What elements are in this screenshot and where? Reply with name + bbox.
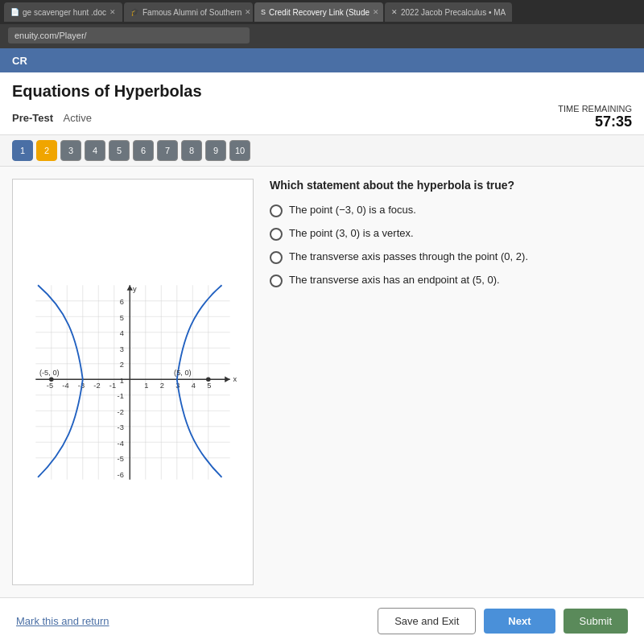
x-axis-label: x — [233, 375, 237, 383]
q-btn-9[interactable]: 9 — [205, 140, 226, 161]
svg-text:-3: -3 — [118, 423, 124, 431]
q-btn-10[interactable]: 10 — [229, 140, 250, 161]
svg-text:2: 2 — [120, 361, 124, 369]
address-bar — [0, 24, 644, 47]
submit-button[interactable]: Submit — [564, 609, 628, 634]
svg-text:-5: -5 — [118, 455, 124, 463]
q-btn-5[interactable]: 5 — [109, 140, 130, 161]
answer-option-a[interactable]: The point (−3, 0) is a focus. — [270, 204, 632, 217]
mark-return-link[interactable]: Mark this and return — [16, 615, 109, 627]
tab-1-close[interactable]: ✕ — [109, 8, 116, 16]
svg-text:-1: -1 — [118, 392, 124, 400]
save-exit-button[interactable]: Save and Exit — [378, 608, 476, 634]
tab-4[interactable]: ✕ 2022 Jacob Precalculus • MA — [385, 2, 512, 22]
svg-text:-2: -2 — [93, 382, 100, 390]
q-btn-8[interactable]: 8 — [181, 140, 202, 161]
option-c-text: The transverse axis passes through the p… — [289, 250, 528, 262]
svg-text:3: 3 — [120, 345, 124, 353]
left-branch — [38, 285, 83, 477]
hyperbola-graph: x y -5 -4 -3 -2 -1 1 2 3 4 5 6 5 4 3 2 1 — [28, 278, 237, 487]
bottom-bar: Mark this and return Save and Exit Next … — [0, 597, 644, 644]
q-btn-4[interactable]: 4 — [85, 140, 105, 161]
radio-b[interactable] — [270, 228, 283, 241]
svg-text:5: 5 — [207, 382, 211, 390]
tab-1[interactable]: 📄 ge scavenger hunt .doc ✕ — [4, 2, 122, 22]
question-nav: 1 2 3 4 5 6 7 8 9 10 — [0, 135, 644, 167]
page-title: Equations of Hyperbolas — [12, 82, 632, 101]
tab-2-label: Famous Alumni of Southern — [142, 8, 242, 17]
tab-3-label: Credit Recovery Link (Stude — [269, 8, 369, 17]
svg-text:-2: -2 — [118, 407, 124, 415]
svg-text:-4: -4 — [62, 382, 68, 390]
page-header: Equations of Hyperbolas Pre-Test Active … — [0, 72, 644, 135]
svg-text:-6: -6 — [118, 470, 124, 478]
right-branch — [177, 285, 222, 477]
option-d-text: The transverse axis has an endpoint at (… — [289, 274, 500, 286]
top-nav: CR — [0, 48, 644, 72]
svg-text:1: 1 — [120, 376, 124, 384]
right-focus-point — [206, 377, 211, 382]
browser-chrome: 📄 ge scavenger hunt .doc ✕ 🎓 Famous Alum… — [0, 0, 644, 48]
q-btn-7[interactable]: 7 — [157, 140, 178, 161]
option-a-text: The point (−3, 0) is a focus. — [289, 204, 416, 216]
tab-4-label: 2022 Jacob Precalculus • MA — [401, 8, 506, 17]
pre-test-bar: Pre-Test Active TIME REMAINING 57:35 — [12, 104, 632, 130]
q-btn-3[interactable]: 3 — [60, 140, 81, 161]
answer-option-c[interactable]: The transverse axis passes through the p… — [270, 250, 632, 264]
tab-3-close[interactable]: ✕ — [373, 8, 379, 16]
nav-label: CR — [12, 55, 27, 67]
question-text: Which statement about the hyperbola is t… — [270, 179, 632, 192]
answer-options: The point (−3, 0) is a focus. The point … — [270, 204, 632, 287]
left-focus-point — [49, 377, 54, 382]
tab-1-icon: 📄 — [10, 8, 19, 16]
answer-option-b[interactable]: The point (3, 0) is a vertex. — [270, 227, 632, 241]
next-button[interactable]: Next — [484, 609, 555, 634]
radio-d[interactable] — [270, 275, 283, 287]
svg-text:4: 4 — [192, 382, 196, 390]
radio-a[interactable] — [270, 204, 283, 217]
tab-4-icon: ✕ — [391, 8, 398, 16]
q-btn-2[interactable]: 2 — [36, 140, 57, 161]
address-input[interactable] — [8, 27, 250, 43]
graph-container: x y -5 -4 -3 -2 -1 1 2 3 4 5 6 5 4 3 2 1 — [12, 179, 254, 585]
answer-option-d[interactable]: The transverse axis has an endpoint at (… — [270, 274, 632, 287]
active-label: Active — [64, 112, 92, 124]
svg-marker-23 — [127, 285, 133, 291]
tab-2-icon: 🎓 — [130, 8, 139, 16]
main-content: CR Equations of Hyperbolas Pre-Test Acti… — [0, 48, 644, 644]
svg-text:2: 2 — [160, 382, 164, 390]
q-btn-1[interactable]: 1 — [12, 140, 33, 161]
tab-2-close[interactable]: ✕ — [245, 8, 251, 16]
right-point-label: (5, 0) — [174, 368, 192, 376]
bottom-buttons: Save and Exit Next Submit — [378, 608, 628, 634]
tab-3[interactable]: S Credit Recovery Link (Stude ✕ — [254, 2, 383, 22]
pre-test-info: Pre-Test Active — [12, 110, 92, 125]
svg-text:-4: -4 — [118, 439, 124, 447]
q-btn-6[interactable]: 6 — [133, 140, 154, 161]
pre-test-label: Pre-Test — [12, 112, 53, 124]
browser-top: 📄 ge scavenger hunt .doc ✕ 🎓 Famous Alum… — [0, 0, 644, 48]
tab-bar: 📄 ge scavenger hunt .doc ✕ 🎓 Famous Alum… — [0, 0, 644, 24]
svg-text:-1: -1 — [109, 382, 116, 390]
left-point-label: (-5, 0) — [39, 368, 60, 376]
svg-text:1: 1 — [144, 382, 148, 390]
time-value: 57:35 — [558, 114, 632, 130]
time-remaining-container: TIME REMAINING 57:35 — [558, 104, 632, 130]
question-area: x y -5 -4 -3 -2 -1 1 2 3 4 5 6 5 4 3 2 1 — [0, 167, 644, 597]
svg-marker-22 — [225, 376, 230, 382]
tab-2[interactable]: 🎓 Famous Alumni of Southern ✕ — [124, 2, 253, 22]
option-b-text: The point (3, 0) is a vertex. — [289, 227, 414, 239]
svg-text:-5: -5 — [47, 382, 53, 390]
question-right: Which statement about the hyperbola is t… — [270, 179, 632, 585]
radio-c[interactable] — [270, 251, 283, 264]
tab-3-icon: S — [261, 8, 266, 16]
tab-1-label: ge scavenger hunt .doc — [23, 8, 106, 17]
time-remaining-label: TIME REMAINING — [558, 104, 632, 114]
svg-text:4: 4 — [120, 329, 124, 337]
svg-text:6: 6 — [120, 298, 124, 306]
y-axis-label: y — [133, 284, 137, 292]
svg-text:5: 5 — [120, 313, 124, 321]
